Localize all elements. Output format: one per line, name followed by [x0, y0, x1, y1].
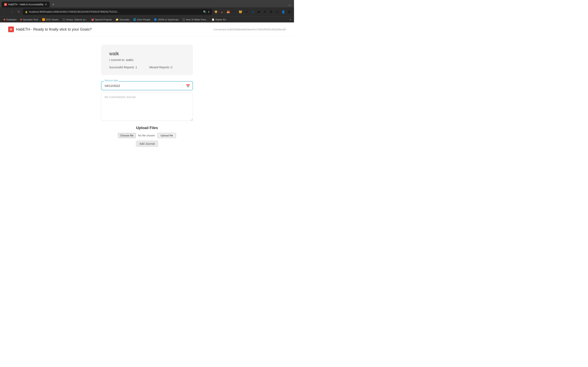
- commitment-label: I commit to:: [109, 58, 125, 62]
- bookmark-folder-icon: 📁: [116, 18, 119, 21]
- date-field-wrapper: Record date 📅: [101, 81, 193, 90]
- missed-reports-label: Missed Reports:: [149, 66, 170, 69]
- bookmark-how-to-icon: ⬛: [182, 18, 185, 21]
- refresh-button[interactable]: ↻: [16, 9, 22, 15]
- logo-icon: H: [8, 26, 14, 32]
- bookmark-github-icon: 🐙: [91, 18, 94, 21]
- successful-reports: Successful Reports: 1: [109, 66, 137, 69]
- bookmark-how-to-label: How To Make Para...: [186, 18, 208, 21]
- tab-close-button[interactable]: ✕: [45, 3, 47, 6]
- extension-icon-8[interactable]: ☰: [268, 9, 274, 15]
- bookmark-zoho-icon: 🌐: [133, 18, 136, 21]
- bookmark-arrays-icon: ⬛: [62, 18, 65, 21]
- extension-icon-3[interactable]: 🐱: [238, 9, 243, 15]
- bookmark-arrays-label: Arrays, Objects an...: [66, 18, 87, 21]
- brave-rewards-icon[interactable]: ▲: [219, 9, 225, 15]
- bookmark-taxnodes[interactable]: TaxNodes: [2, 18, 18, 21]
- no-file-text: No file chosen: [138, 134, 155, 137]
- bookmark-special-projects-label: Special Projects: [95, 18, 112, 21]
- commitment-value: walk1: [126, 58, 134, 62]
- extension-icon-6[interactable]: 🌶: [256, 9, 261, 15]
- bookmark-taxnodes-folder[interactable]: 📁 Taxnodes: [114, 18, 131, 21]
- main-content: walk I commit to: walk1 Successful Repor…: [0, 36, 294, 155]
- bookmark-json-label: JSON to TypeScript: [158, 18, 178, 21]
- share-icon: ⬆: [208, 10, 210, 13]
- bookmark-svg-viewer[interactable]: 🟧 SVG Viewer: [40, 18, 60, 21]
- browser-menu-button[interactable]: ⌄: [286, 2, 292, 7]
- bookmark-zoho[interactable]: 🌐 Zoho People: [131, 18, 152, 21]
- app-header: H HabETH - Ready to finally stick to you…: [0, 22, 294, 36]
- back-button[interactable]: ‹: [2, 9, 8, 15]
- extension-icon-1[interactable]: 🦊: [225, 9, 231, 15]
- choose-file-button[interactable]: Choose file: [118, 133, 136, 138]
- missed-reports-value: 0: [171, 66, 172, 69]
- add-journal-button[interactable]: Add Journal: [136, 141, 158, 147]
- extension-icon-7[interactable]: ✦: [262, 9, 268, 15]
- browser-chrome: H HabETH - Habit & Accountability ✕ + ⌄ …: [0, 0, 294, 22]
- bookmark-svg-icon: 🟧: [42, 18, 45, 21]
- active-tab[interactable]: H HabETH - Habit & Accountability ✕: [2, 2, 50, 7]
- address-bar[interactable]: 🔒 localhost:3000/habit/11066244364174063…: [23, 9, 212, 15]
- upload-title: Upload Files: [101, 126, 193, 130]
- bookmark-taxnodes-label: TaxNodes: [6, 18, 17, 21]
- habit-card: walk I commit to: walk1 Successful Repor…: [101, 45, 193, 75]
- habit-commitment: I commit to: walk1: [109, 58, 185, 62]
- successful-reports-label: Successful Reports:: [109, 66, 135, 69]
- bookmark-json-icon: 🔵: [154, 18, 157, 21]
- extension-icon-9[interactable]: ▭: [274, 9, 280, 15]
- search-icon: 🔍: [203, 10, 207, 13]
- upload-row: Choose file No file chosen Upload file: [101, 133, 193, 138]
- browser-settings-button[interactable]: ☰: [287, 9, 292, 15]
- tab-bar: H HabETH - Habit & Accountability ✕ + ⌄: [0, 0, 294, 7]
- extension-icon-2[interactable]: ⋯: [232, 9, 237, 15]
- bookmark-starter-icon: 📋: [212, 18, 215, 21]
- habit-name: walk: [109, 51, 185, 57]
- logo-text: H: [10, 28, 12, 31]
- bookmarks-more-button[interactable]: »: [289, 18, 292, 21]
- bookmark-taxnodes-tech-label: Taxnodes Tech: [23, 18, 38, 21]
- bookmark-dot-icon: [4, 19, 5, 20]
- page-content: H HabETH - Ready to finally stick to you…: [0, 22, 294, 184]
- journal-textarea[interactable]: [101, 92, 193, 121]
- bookmark-how-to[interactable]: ⬛ How To Make Para...: [181, 18, 209, 21]
- tab-title: HabETH - Habit & Accountability: [8, 3, 43, 6]
- lock-icon: 🔒: [25, 11, 28, 13]
- tab-favicon: H: [4, 3, 7, 6]
- bookmark-taxnodes-tech[interactable]: Taxnodes Tech: [18, 18, 40, 21]
- address-text: localhost:3000/habit/1106624436417406302…: [29, 10, 202, 13]
- extension-icon-4[interactable]: ⊙: [244, 9, 249, 15]
- upload-section: Upload Files Choose file No file chosen …: [101, 126, 193, 147]
- forward-button[interactable]: ›: [9, 9, 15, 15]
- missed-reports: Missed Reports: 0: [149, 66, 172, 69]
- successful-reports-value: 1: [135, 66, 137, 69]
- bookmark-special-projects[interactable]: 🐙 Special Projects: [89, 18, 113, 21]
- bookmarks-bar: TaxNodes Taxnodes Tech 🟧 SVG Viewer ⬛ Ar…: [0, 16, 294, 22]
- record-date-input[interactable]: [101, 81, 193, 90]
- new-tab-button[interactable]: +: [51, 2, 56, 7]
- nav-bar: ‹ › ↻ 🔒 localhost:3000/habit/11066244364…: [0, 7, 294, 16]
- form-section: Record date 📅 Upload Files Choose file N…: [101, 81, 193, 147]
- bookmark-dot-icon-2: [20, 19, 22, 20]
- app-title: HabETH - Ready to finally stick to your …: [16, 27, 92, 32]
- extension-icon-10[interactable]: 👤: [281, 9, 286, 15]
- upload-file-button[interactable]: Upload file: [157, 133, 176, 138]
- record-date-label: Record date: [104, 79, 119, 82]
- bookmark-svg-viewer-label: SVG Viewer: [46, 18, 59, 21]
- bookmark-json[interactable]: 🔵 JSON to TypeScript: [152, 18, 180, 21]
- brave-shield-icon[interactable]: 🦁: [213, 9, 218, 15]
- bookmark-taxnodes-folder-label: Taxnodes: [120, 18, 130, 21]
- habit-stats: Successful Reports: 1 Missed Reports: 0: [109, 66, 185, 69]
- bookmark-starter-kit[interactable]: 📋 Starter Kit: [210, 18, 227, 21]
- bookmark-zoho-label: Zoho People: [137, 18, 150, 21]
- bookmark-arrays[interactable]: ⬛ Arrays, Objects an...: [61, 18, 89, 21]
- nav-icons-right: 🦁 ▲ 🦊 ⋯ 🐱 ⊙ 🌑 🌶 ✦ ☰ ▭ 👤 ☰: [213, 9, 292, 15]
- wallet-address: Connected 0x68266b8d4b834eec6cc7fe91f563…: [213, 28, 286, 31]
- bookmark-starter-kit-label: Starter Kit: [215, 18, 226, 21]
- app-logo: H HabETH - Ready to finally stick to you…: [8, 26, 92, 32]
- extension-icon-5[interactable]: 🌑: [250, 9, 255, 15]
